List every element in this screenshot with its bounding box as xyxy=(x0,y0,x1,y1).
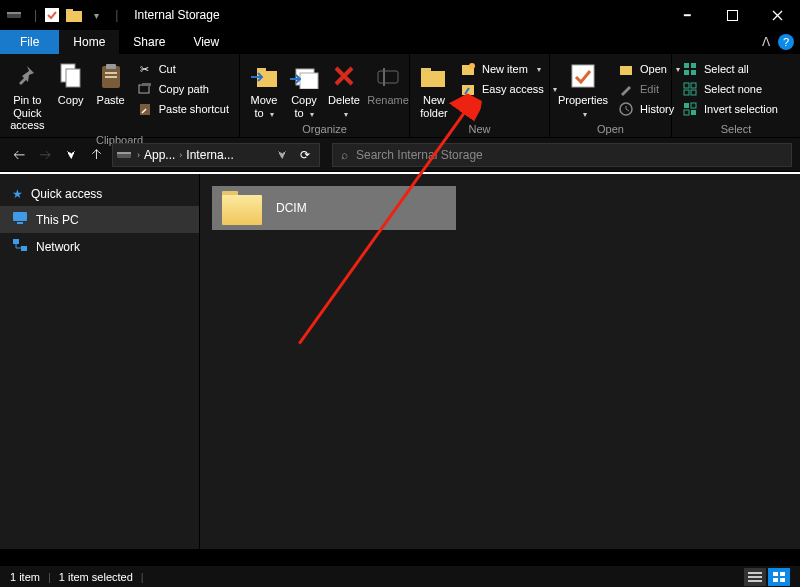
history-icon xyxy=(618,101,634,117)
svg-point-24 xyxy=(469,63,475,69)
sidebar-item-quick-access[interactable]: ★ Quick access xyxy=(0,182,199,206)
ribbon-tabs: File Home Share View ᐱ ? xyxy=(0,30,800,54)
close-button[interactable] xyxy=(755,0,800,30)
paste-button[interactable]: Paste xyxy=(93,58,129,109)
open-group-label: Open xyxy=(550,123,671,137)
paste-icon xyxy=(95,60,127,92)
copy-path-icon xyxy=(137,81,153,97)
sidebar-item-this-pc[interactable]: This PC xyxy=(0,206,199,233)
select-all-button[interactable]: Select all xyxy=(678,60,782,78)
svg-rect-32 xyxy=(691,70,696,75)
status-bar: 1 item | 1 item selected | xyxy=(0,565,800,587)
svg-rect-4 xyxy=(66,9,73,12)
copy-to-button[interactable]: Copy to ▾ xyxy=(286,58,322,121)
up-button[interactable]: 🡡 xyxy=(86,144,108,166)
breadcrumb-seg-2[interactable]: Interna... xyxy=(186,148,233,162)
pin-to-quick-access-button[interactable]: Pin to Quick access xyxy=(6,58,49,134)
rename-button[interactable]: Rename xyxy=(366,58,410,109)
qat-chevron-icon[interactable]: ▾ xyxy=(87,6,105,24)
select-none-icon xyxy=(682,81,698,97)
paste-shortcut-button[interactable]: Paste shortcut xyxy=(133,100,233,118)
svg-rect-54 xyxy=(780,578,785,582)
status-selected-count: 1 item selected xyxy=(59,571,133,583)
network-icon xyxy=(12,238,28,255)
refresh-button[interactable]: ⟳ xyxy=(295,148,315,162)
svg-rect-46 xyxy=(21,246,27,251)
new-item-icon xyxy=(460,61,476,77)
back-button[interactable]: 🡠 xyxy=(8,144,30,166)
details-view-button[interactable] xyxy=(744,568,766,586)
svg-rect-10 xyxy=(105,72,117,74)
organize-group-label: Organize xyxy=(240,123,409,137)
svg-rect-42 xyxy=(117,152,131,154)
edit-icon xyxy=(618,81,634,97)
copy-button[interactable]: Copy xyxy=(53,58,89,109)
collapse-ribbon-icon[interactable]: ᐱ xyxy=(762,35,770,49)
easy-access-button[interactable]: Easy access▾ xyxy=(456,80,561,98)
window-title: Internal Storage xyxy=(134,8,219,22)
cut-button[interactable]: ✂Cut xyxy=(133,60,233,78)
help-icon[interactable]: ? xyxy=(778,34,794,50)
svg-rect-1 xyxy=(7,12,21,14)
address-dropdown-icon[interactable]: ⮟ xyxy=(278,150,287,160)
rename-icon xyxy=(372,60,404,92)
folder-item-dcim[interactable]: DCIM xyxy=(212,186,456,230)
delete-button[interactable]: Delete ▾ xyxy=(326,58,362,121)
search-input[interactable] xyxy=(356,148,783,162)
copy-path-button[interactable]: Copy path xyxy=(133,80,233,98)
svg-rect-33 xyxy=(684,83,689,88)
svg-rect-7 xyxy=(66,69,80,87)
breadcrumb-seg-1[interactable]: App... xyxy=(144,148,175,162)
search-icon: ⌕ xyxy=(341,148,348,162)
address-bar[interactable]: › App... › Interna... ⮟ ⟳ xyxy=(112,143,320,167)
folder-mini-icon xyxy=(65,6,83,24)
select-all-icon xyxy=(682,61,698,77)
tab-share[interactable]: Share xyxy=(119,30,179,54)
svg-rect-40 xyxy=(691,110,696,115)
svg-rect-18 xyxy=(300,73,318,89)
new-item-button[interactable]: New item▾ xyxy=(456,60,561,78)
svg-rect-11 xyxy=(105,76,117,78)
svg-rect-37 xyxy=(684,103,689,108)
icons-view-button[interactable] xyxy=(768,568,790,586)
tab-view[interactable]: View xyxy=(179,30,233,54)
select-group-label: Select xyxy=(672,123,800,137)
ribbon: Pin to Quick access Copy Paste ✂Cut Copy… xyxy=(0,54,800,138)
svg-rect-13 xyxy=(142,83,151,86)
sidebar-item-network[interactable]: Network xyxy=(0,233,199,260)
svg-rect-35 xyxy=(684,90,689,95)
minimize-button[interactable]: ━ xyxy=(665,0,710,30)
navigation-pane: ★ Quick access This PC Network xyxy=(0,174,200,549)
device-icon xyxy=(6,6,24,24)
pin-icon xyxy=(11,60,43,92)
status-item-count: 1 item xyxy=(10,571,40,583)
properties-button[interactable]: Properties ▾ xyxy=(556,58,610,121)
forward-button[interactable]: 🡢 xyxy=(34,144,56,166)
new-folder-button[interactable]: New folder xyxy=(416,58,452,121)
svg-rect-30 xyxy=(691,63,696,68)
new-folder-icon xyxy=(418,60,450,92)
search-box[interactable]: ⌕ xyxy=(332,143,792,167)
svg-rect-19 xyxy=(378,71,398,83)
tab-home[interactable]: Home xyxy=(59,30,119,54)
svg-rect-44 xyxy=(17,222,23,224)
properties-icon xyxy=(567,60,599,92)
svg-rect-27 xyxy=(620,66,632,75)
file-list[interactable]: DCIM xyxy=(200,174,800,549)
copy-to-icon xyxy=(288,60,320,92)
device-crumb-icon xyxy=(117,147,133,163)
maximize-button[interactable] xyxy=(710,0,755,30)
svg-rect-51 xyxy=(773,572,778,576)
svg-rect-53 xyxy=(773,578,778,582)
recent-locations-button[interactable]: ⮟ xyxy=(60,144,82,166)
select-none-button[interactable]: Select none xyxy=(678,80,782,98)
checkbox-icon xyxy=(43,6,61,24)
copy-icon xyxy=(55,60,87,92)
svg-rect-38 xyxy=(691,103,696,108)
move-to-button[interactable]: Move to ▾ xyxy=(246,58,282,121)
star-icon: ★ xyxy=(12,187,23,201)
tab-file[interactable]: File xyxy=(0,30,59,54)
svg-rect-2 xyxy=(45,8,59,22)
invert-selection-button[interactable]: Invert selection xyxy=(678,100,782,118)
navigation-bar: 🡠 🡢 ⮟ 🡡 › App... › Interna... ⮟ ⟳ ⌕ xyxy=(0,138,800,172)
